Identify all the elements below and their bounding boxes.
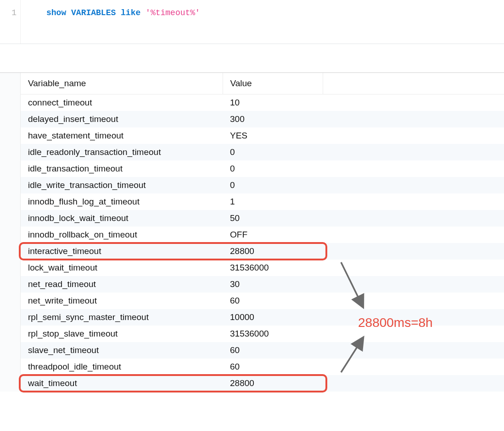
- cell-empty: [323, 193, 504, 210]
- sql-string-pattern: '%timeout%': [146, 8, 200, 17]
- cell-variable-name: have_statement_timeout: [21, 127, 223, 144]
- table-row[interactable]: delayed_insert_timeout300: [21, 111, 504, 127]
- cell-empty: [323, 127, 504, 144]
- cell-value: 31536000: [223, 260, 323, 276]
- table-row[interactable]: net_write_timeout60: [21, 293, 504, 309]
- cell-empty: [323, 375, 504, 392]
- cell-value: 0: [223, 160, 323, 177]
- row-gutter: [0, 73, 21, 392]
- table-row[interactable]: innodb_lock_wait_timeout50: [21, 210, 504, 227]
- cell-value: 10: [223, 94, 323, 111]
- cell-empty: [323, 210, 504, 227]
- cell-variable-name: rpl_semi_sync_master_timeout: [21, 309, 223, 326]
- cell-empty: [323, 293, 504, 309]
- cell-value: 0: [223, 144, 323, 160]
- cell-value: 60: [223, 293, 323, 309]
- cell-value: 28800: [223, 375, 323, 392]
- column-header-empty: [323, 73, 504, 94]
- table-row[interactable]: wait_timeout28800: [21, 375, 504, 392]
- cell-variable-name: rpl_stop_slave_timeout: [21, 326, 223, 342]
- cell-empty: [323, 260, 504, 276]
- cell-empty: [323, 359, 504, 375]
- cell-value: 31536000: [223, 326, 323, 342]
- sql-keyword-show: show: [46, 8, 66, 17]
- table-row[interactable]: innodb_flush_log_at_timeout1: [21, 193, 504, 210]
- cell-value: 60: [223, 359, 323, 375]
- table-header-row: Variable_name Value: [21, 73, 504, 94]
- cell-empty: [323, 276, 504, 293]
- sql-editor[interactable]: 1 show VARIABLES like '%timeout%': [0, 0, 504, 44]
- table-row[interactable]: idle_transaction_timeout0: [21, 160, 504, 177]
- cell-value: 30: [223, 276, 323, 293]
- table-row[interactable]: net_read_timeout30: [21, 276, 504, 293]
- table-row[interactable]: threadpool_idle_timeout60: [21, 359, 504, 375]
- cell-value: 60: [223, 342, 323, 359]
- sql-keyword-like: like: [121, 8, 140, 17]
- cell-variable-name: innodb_lock_wait_timeout: [21, 210, 223, 227]
- column-header-variable-name[interactable]: Variable_name: [21, 73, 223, 94]
- cell-empty: [323, 160, 504, 177]
- line-number-gutter: 1: [0, 0, 21, 44]
- cell-variable-name: delayed_insert_timeout: [21, 111, 223, 127]
- results-table: Variable_name Value connect_timeout10del…: [21, 73, 504, 392]
- table-row[interactable]: lock_wait_timeout31536000: [21, 260, 504, 276]
- cell-value: 50: [223, 210, 323, 227]
- cell-empty: [323, 309, 504, 326]
- cell-variable-name: idle_write_transaction_timeout: [21, 177, 223, 193]
- cell-empty: [323, 177, 504, 193]
- table-row[interactable]: rpl_semi_sync_master_timeout10000: [21, 309, 504, 326]
- cell-empty: [323, 326, 504, 342]
- table-row[interactable]: idle_write_transaction_timeout0: [21, 177, 504, 193]
- cell-empty: [323, 144, 504, 160]
- sql-code-line[interactable]: show VARIABLES like '%timeout%': [21, 0, 200, 44]
- cell-value: OFF: [223, 227, 323, 243]
- cell-value: 0: [223, 177, 323, 193]
- cell-variable-name: threadpool_idle_timeout: [21, 359, 223, 375]
- cell-variable-name: net_read_timeout: [21, 276, 223, 293]
- table-row[interactable]: connect_timeout10: [21, 94, 504, 111]
- cell-variable-name: lock_wait_timeout: [21, 260, 223, 276]
- table-row[interactable]: interactive_timeout28800: [21, 243, 504, 260]
- table-row[interactable]: innodb_rollback_on_timeoutOFF: [21, 227, 504, 243]
- cell-variable-name: idle_transaction_timeout: [21, 160, 223, 177]
- table-row[interactable]: idle_readonly_transaction_timeout0: [21, 144, 504, 160]
- cell-variable-name: wait_timeout: [21, 375, 223, 392]
- cell-empty: [323, 227, 504, 243]
- table-row[interactable]: rpl_stop_slave_timeout31536000: [21, 326, 504, 342]
- cell-value: 1: [223, 193, 323, 210]
- cell-value: 28800: [223, 243, 323, 260]
- cell-variable-name: innodb_flush_log_at_timeout: [21, 193, 223, 210]
- cell-variable-name: connect_timeout: [21, 94, 223, 111]
- sql-keyword-variables: VARIABLES: [71, 8, 116, 17]
- cell-empty: [323, 94, 504, 111]
- cell-value: 300: [223, 111, 323, 127]
- cell-variable-name: net_write_timeout: [21, 293, 223, 309]
- cell-value: YES: [223, 127, 323, 144]
- table-row[interactable]: have_statement_timeoutYES: [21, 127, 504, 144]
- cell-value: 10000: [223, 309, 323, 326]
- cell-variable-name: innodb_rollback_on_timeout: [21, 227, 223, 243]
- cell-empty: [323, 243, 504, 260]
- cell-variable-name: slave_net_timeout: [21, 342, 223, 359]
- column-header-value[interactable]: Value: [223, 73, 323, 94]
- cell-empty: [323, 342, 504, 359]
- line-number: 1: [11, 8, 17, 17]
- cell-variable-name: interactive_timeout: [21, 243, 223, 260]
- cell-empty: [323, 111, 504, 127]
- table-row[interactable]: slave_net_timeout60: [21, 342, 504, 359]
- cell-variable-name: idle_readonly_transaction_timeout: [21, 144, 223, 160]
- query-results: Variable_name Value connect_timeout10del…: [0, 72, 504, 392]
